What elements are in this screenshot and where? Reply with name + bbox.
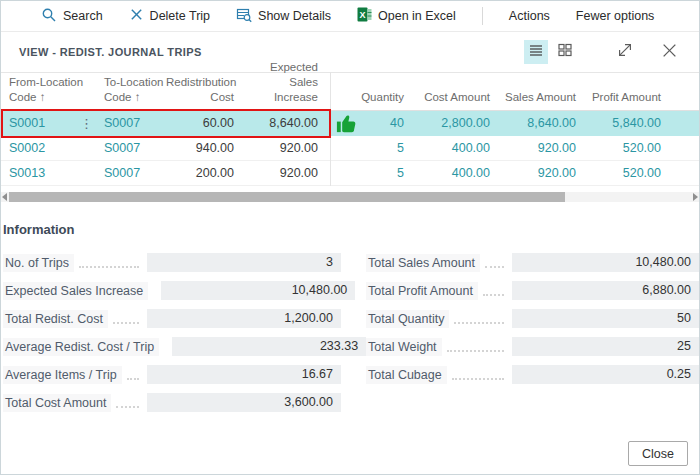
- sales-amount-cell[interactable]: 920.00: [500, 166, 586, 180]
- actions-menu[interactable]: Actions: [509, 9, 550, 23]
- sales-amount-cell[interactable]: 920.00: [500, 141, 586, 155]
- info-field-total-quantity: Total Quantity 50: [366, 309, 699, 328]
- close-icon: [661, 42, 678, 63]
- fewer-options-menu[interactable]: Fewer options: [576, 9, 655, 23]
- from-location-cell[interactable]: S0013: [1, 166, 96, 180]
- col-header-sales-amount[interactable]: Sales Amount: [500, 90, 586, 110]
- show-details-icon: [236, 7, 252, 26]
- table-row[interactable]: S0002 S0007 940.00 920.00 5 400.00 920.0…: [1, 136, 699, 161]
- quantity-cell[interactable]: 5: [328, 166, 414, 180]
- action-toolbar: Search Delete Trip Show Details X Open i…: [1, 1, 699, 32]
- to-location-cell[interactable]: S0007: [96, 166, 166, 180]
- row-menu-icon[interactable]: ⋮: [80, 117, 93, 130]
- info-field-no-of-trips: No. of Trips 3: [3, 253, 341, 272]
- open-in-excel-label: Open in Excel: [378, 9, 456, 23]
- dotted-leader: [113, 313, 139, 324]
- list-view-icon: [528, 42, 544, 62]
- col-header-redistribution-cost[interactable]: Redistribution Cost: [166, 75, 244, 110]
- dialog-titlebar: VIEW - REDIST. JOURNAL TRIPS: [1, 32, 699, 72]
- field-value: 3,600.00: [147, 393, 341, 412]
- field-label: Total Cubage: [366, 366, 447, 384]
- col-header-to-location[interactable]: To-Location Code ↑: [96, 75, 166, 110]
- cost-amount-cell[interactable]: 400.00: [414, 166, 500, 180]
- svg-text:X: X: [360, 10, 366, 20]
- dotted-leader: [127, 369, 139, 380]
- open-in-excel-button[interactable]: X Open in Excel: [357, 7, 456, 25]
- field-label: Total Sales Amount: [366, 254, 480, 272]
- profit-amount-cell[interactable]: 520.00: [586, 166, 671, 180]
- col-header-from-location[interactable]: From-Location Code ↑: [1, 75, 96, 110]
- dotted-leader: [447, 341, 504, 352]
- info-field-total-profit-amount: Total Profit Amount 6,880.00: [366, 281, 699, 300]
- field-label: Average Items / Trip: [3, 366, 122, 384]
- field-value: 25: [512, 337, 699, 356]
- expected-sales-increase-cell[interactable]: 920.00: [244, 141, 328, 155]
- cost-amount-cell[interactable]: 400.00: [414, 141, 500, 155]
- field-value: 6,880.00: [512, 281, 699, 300]
- col-header-profit-amount[interactable]: Profit Amount: [586, 90, 671, 110]
- dotted-leader: [454, 313, 504, 324]
- from-location-cell[interactable]: S0002: [1, 141, 96, 155]
- list-view-toggle[interactable]: [524, 40, 548, 64]
- cost-amount-cell[interactable]: 2,800.00: [414, 116, 500, 130]
- info-field-total-cubage: Total Cubage 0.25: [366, 365, 699, 384]
- info-field-average-redist-cost: Average Redist. Cost / Trip 233.33: [3, 337, 341, 356]
- col-header-expected-sales-increase[interactable]: Expected Sales Increase: [244, 60, 328, 110]
- info-field-total-weight: Total Weight 25: [366, 337, 699, 356]
- redistribution-cost-cell[interactable]: 940.00: [166, 141, 244, 155]
- profit-amount-cell[interactable]: 520.00: [586, 141, 671, 155]
- field-label: Average Redist. Cost / Trip: [3, 338, 159, 356]
- delete-trip-label: Delete Trip: [150, 9, 210, 23]
- scroll-left-arrow-icon[interactable]: [2, 193, 7, 201]
- field-label: Total Weight: [366, 338, 442, 356]
- field-value: 1,200.00: [147, 309, 341, 328]
- info-field-total-cost-amount: Total Cost Amount 3,600.00: [3, 393, 341, 412]
- delete-trip-button[interactable]: Delete Trip: [129, 7, 210, 25]
- field-label: Total Cost Amount: [3, 394, 111, 412]
- frozen-column-divider: [330, 72, 331, 186]
- field-value: 10,480.00: [161, 281, 355, 300]
- redistribution-cost-cell[interactable]: 60.00: [166, 116, 244, 130]
- tile-view-toggle[interactable]: [553, 40, 577, 64]
- expected-sales-increase-cell[interactable]: 8,640.00: [244, 116, 328, 130]
- close-button[interactable]: Close: [628, 441, 688, 466]
- field-value: 233.33: [172, 337, 366, 356]
- show-details-label: Show Details: [258, 9, 331, 23]
- dotted-leader: [452, 369, 504, 380]
- dotted-leader: [116, 397, 139, 408]
- from-location-cell: S0001 ⋮: [1, 116, 96, 130]
- field-value: 0.25: [512, 365, 699, 384]
- table-header-row: From-Location Code ↑ To-Location Code ↑ …: [1, 72, 699, 111]
- col-header-cost-amount[interactable]: Cost Amount: [414, 90, 500, 110]
- profit-amount-cell[interactable]: 5,840.00: [586, 116, 671, 130]
- field-value: 10,480.00: [512, 253, 699, 272]
- expected-sales-increase-cell[interactable]: 920.00: [244, 166, 328, 180]
- sales-amount-cell[interactable]: 8,640.00: [500, 116, 586, 130]
- scrollbar-thumb[interactable]: [9, 192, 565, 202]
- page-title: VIEW - REDIST. JOURNAL TRIPS: [19, 46, 202, 58]
- redistribution-cost-cell[interactable]: 200.00: [166, 166, 244, 180]
- info-field-total-sales-amount: Total Sales Amount 10,480.00: [366, 253, 699, 272]
- field-label: Total Redist. Cost: [3, 310, 108, 328]
- field-label: Total Quantity: [366, 310, 449, 328]
- thumbs-up-icon: [334, 112, 359, 135]
- quantity-cell[interactable]: 5: [328, 141, 414, 155]
- toolbar-separator: [482, 7, 483, 25]
- field-value: 3: [147, 253, 341, 272]
- to-location-cell[interactable]: S0007: [96, 116, 166, 130]
- close-dialog-button[interactable]: [657, 40, 681, 64]
- dotted-leader: [485, 257, 504, 268]
- horizontal-scrollbar[interactable]: [1, 192, 699, 202]
- show-details-button[interactable]: Show Details: [236, 7, 331, 26]
- information-heading: Information: [3, 222, 699, 237]
- to-location-cell[interactable]: S0007: [96, 141, 166, 155]
- info-field-total-redist-cost: Total Redist. Cost 1,200.00: [3, 309, 341, 328]
- field-label: No. of Trips: [3, 254, 74, 272]
- table-row[interactable]: S0013 S0007 200.00 920.00 5 400.00 920.0…: [1, 161, 699, 186]
- expand-dialog-button[interactable]: [613, 40, 637, 64]
- information-section: Information No. of Trips 3 Expected Sale…: [1, 222, 699, 421]
- search-button[interactable]: Search: [41, 7, 103, 26]
- scroll-right-arrow-icon[interactable]: [693, 193, 698, 201]
- info-field-average-items: Average Items / Trip 16.67: [3, 365, 341, 384]
- col-header-quantity[interactable]: Quantity: [328, 90, 414, 110]
